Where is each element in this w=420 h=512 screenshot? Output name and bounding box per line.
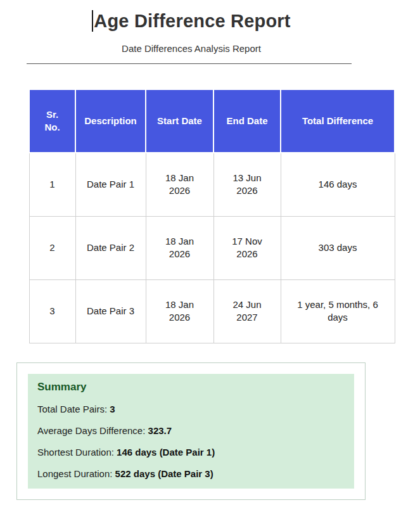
cell-total-text: 146 days	[319, 178, 357, 191]
cell-end-text: 13 Jun 2026	[227, 172, 267, 197]
summary-label: Total Date Pairs:	[37, 404, 107, 414]
cell-start: 18 Jan 2026	[146, 153, 213, 216]
table-header: Sr. No.DescriptionStart DateEnd DateTota…	[29, 89, 395, 153]
summary-value: 146 days (Date Pair 1)	[117, 447, 215, 458]
cell-total: 1 year, 5 months, 6 days	[281, 279, 395, 343]
cell-sr: 2	[29, 216, 75, 279]
cell-start: 18 Jan 2026	[146, 216, 213, 279]
cell-sr: 1	[29, 153, 75, 216]
summary-heading: Summary	[37, 380, 345, 394]
cell-total: 303 days	[281, 216, 395, 279]
column-header-label: Description	[84, 115, 137, 127]
text-cursor	[92, 10, 93, 32]
summary-label: Longest Duration:	[37, 468, 112, 479]
summary-label: Shortest Duration:	[37, 447, 114, 458]
summary-container: Summary Total Date Pairs: 3Average Days …	[16, 362, 366, 500]
summary-line: Total Date Pairs: 3	[37, 403, 345, 416]
cell-end: 24 Jun 2027	[213, 279, 281, 343]
cell-description: Date Pair 1	[75, 153, 146, 216]
cell-description: Date Pair 3	[75, 279, 146, 343]
cell-end: 17 Nov 2026	[213, 216, 281, 279]
cell-description: Date Pair 2	[75, 216, 146, 279]
table-row: 3Date Pair 318 Jan 202624 Jun 20271 year…	[29, 279, 395, 343]
column-header-label: End Date	[226, 115, 267, 127]
summary-lines: Total Date Pairs: 3Average Days Differen…	[37, 403, 345, 480]
summary-label: Average Days Difference:	[37, 425, 145, 436]
column-header: End Date	[213, 89, 281, 153]
summary-value: 3	[110, 404, 115, 414]
column-header-label: Sr. No.	[42, 108, 63, 134]
cell-end-text: 24 Jun 2027	[227, 298, 267, 324]
table-body: 1Date Pair 118 Jan 202613 Jun 2026146 da…	[29, 153, 395, 343]
cell-sr-text: 3	[49, 305, 54, 317]
cell-start-text: 18 Jan 2026	[160, 298, 200, 324]
cell-description-text: Date Pair 2	[87, 241, 134, 254]
table-row: 1Date Pair 118 Jan 202613 Jun 2026146 da…	[29, 153, 395, 216]
page-title[interactable]: Age Difference Report	[94, 11, 290, 31]
summary-value: 522 days (Date Pair 3)	[115, 468, 213, 479]
column-header-label: Total Difference	[302, 115, 373, 127]
cell-end-text: 17 Nov 2026	[227, 235, 267, 260]
column-header-label: Start Date	[157, 115, 202, 127]
column-header: Sr. No.	[29, 89, 75, 153]
column-header: Start Date	[146, 89, 213, 153]
cell-sr-text: 2	[49, 241, 54, 254]
cell-total: 146 days	[281, 153, 395, 216]
date-differences-table: Sr. No.DescriptionStart DateEnd DateTota…	[29, 89, 395, 343]
cell-description-text: Date Pair 1	[87, 178, 134, 191]
cell-total-text: 1 year, 5 months, 6 days	[290, 298, 386, 324]
report-page: Age Difference Report Date Differences A…	[0, 0, 420, 512]
summary-panel: Summary Total Date Pairs: 3Average Days …	[28, 374, 354, 489]
page-subtitle: Date Differences Analysis Report	[0, 42, 383, 55]
cell-start: 18 Jan 2026	[146, 279, 213, 343]
page-title-block[interactable]: Age Difference Report	[0, 0, 383, 34]
summary-line: Average Days Difference: 323.7	[37, 425, 345, 437]
table-row: 2Date Pair 218 Jan 202617 Nov 2026303 da…	[29, 216, 395, 279]
cell-end: 13 Jun 2026	[213, 153, 281, 216]
summary-value: 323.7	[148, 425, 172, 436]
column-header: Description	[75, 89, 146, 153]
cell-total-text: 303 days	[319, 241, 357, 254]
title-divider	[27, 63, 352, 64]
cell-start-text: 18 Jan 2026	[160, 235, 200, 260]
cell-description-text: Date Pair 3	[87, 305, 134, 317]
cell-sr: 3	[29, 279, 75, 343]
cell-start-text: 18 Jan 2026	[160, 172, 200, 197]
table-header-row: Sr. No.DescriptionStart DateEnd DateTota…	[29, 89, 395, 153]
column-header: Total Difference	[281, 89, 395, 153]
cell-sr-text: 1	[49, 178, 54, 191]
summary-line: Longest Duration: 522 days (Date Pair 3)	[37, 468, 345, 480]
summary-line: Shortest Duration: 146 days (Date Pair 1…	[37, 446, 345, 459]
